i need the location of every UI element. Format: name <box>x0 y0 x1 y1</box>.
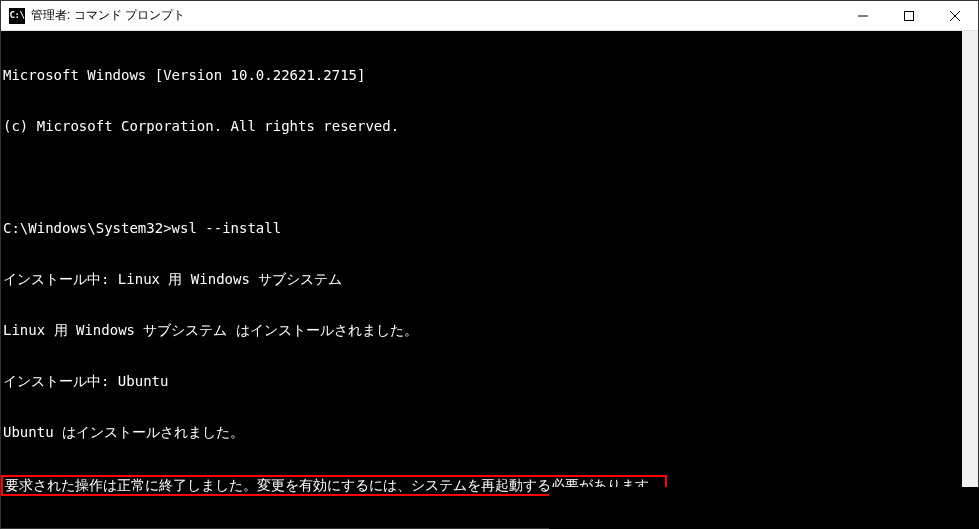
terminal-line: Microsoft Windows [Version 10.0.22621.27… <box>3 67 960 84</box>
svg-rect-1 <box>905 11 914 20</box>
prompt-command: wsl --install <box>172 220 282 237</box>
terminal-prompt-line: C:\Windows\System32>wsl --install <box>3 220 960 237</box>
terminal-line: Ubuntu はインストールされました。 <box>3 424 960 441</box>
terminal-line: インストール中: Linux 用 Windows サブシステム <box>3 271 960 288</box>
terminal-line: インストール中: Ubuntu <box>3 373 960 390</box>
window-title: 管理者: コマンド プロンプト <box>31 7 840 24</box>
terminal-line: Linux 用 Windows サブシステム はインストールされました。 <box>3 322 960 339</box>
maximize-button[interactable] <box>886 1 932 30</box>
minimize-button[interactable] <box>840 1 886 30</box>
terminal-line: (c) Microsoft Corporation. All rights re… <box>3 118 960 135</box>
command-prompt-window: C:\ 管理者: コマンド プロンプト Microsoft Windows [V… <box>0 0 979 529</box>
terminal-area[interactable]: Microsoft Windows [Version 10.0.22621.27… <box>1 31 978 528</box>
app-icon: C:\ <box>9 8 25 24</box>
window-controls <box>840 1 978 30</box>
titlebar[interactable]: C:\ 管理者: コマンド プロンプト <box>1 1 978 31</box>
overlay-strip <box>549 487 979 529</box>
terminal-line <box>3 169 960 186</box>
prompt-path: C:\Windows\System32> <box>3 220 172 237</box>
close-button[interactable] <box>932 1 978 30</box>
